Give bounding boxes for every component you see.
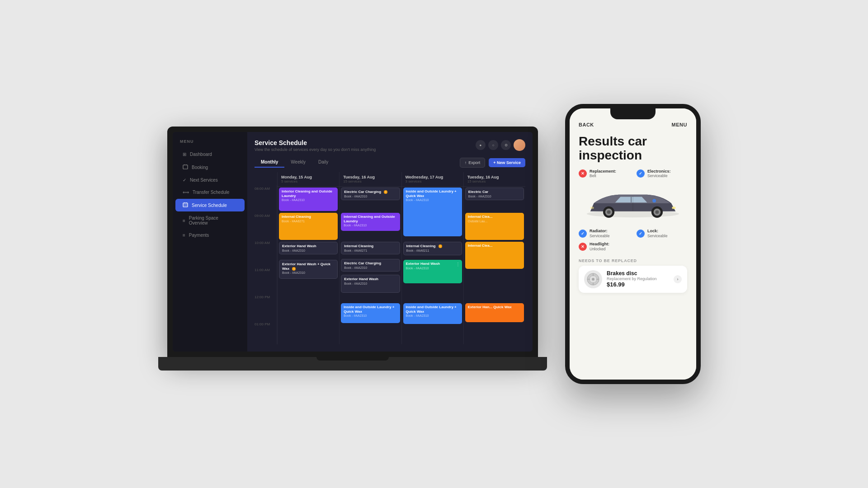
event-d4-4[interactable]: Exterior Han... Quick Wax (465, 303, 524, 322)
svg-rect-3 (183, 203, 188, 207)
inspection-item-lock: ✓ Lock: Serviceable (637, 229, 687, 238)
phone-screen: BACK MENU Results car inspection ✕ Repla… (570, 108, 696, 380)
new-service-button[interactable]: + New Service (489, 158, 525, 167)
event-mon-3[interactable]: Exterior Hand Wash Book - #AA2310 (279, 242, 338, 254)
day-header-tue2: Tuesday, 16 Aug 15 services (464, 172, 525, 187)
status-ok-icon-lock: ✓ (637, 230, 645, 238)
event-tue-6[interactable]: Inside and Outside Laundry + Quick Wax B… (341, 303, 400, 323)
settings-icon-btn[interactable]: ○ (488, 140, 498, 150)
time-column: 08:00 AM 09:00 AM 10:00 AM 11:00 AM 12:0… (255, 172, 277, 344)
export-button[interactable]: ↑ Export (460, 158, 486, 168)
time-0800: 08:00 AM (255, 185, 277, 212)
svg-point-13 (656, 211, 659, 214)
event-mon-1[interactable]: Interior Cleaning and Outside Laundry Bo… (279, 188, 338, 211)
event-tue-2[interactable]: Internal Cleaning and Outside Laundry Bo… (341, 213, 400, 231)
event-wed-4[interactable]: Inside and Outside Laundry + Quick Wax B… (403, 303, 462, 324)
tabs-row: Monthly Weekly Daily ↑ Export + New Serv… (255, 157, 525, 168)
gear-icon-btn[interactable]: ⚙ (501, 140, 511, 150)
menu-button[interactable]: MENU (672, 122, 687, 127)
event-d4-2[interactable]: Internal Clea... Outside Lau... (465, 213, 524, 240)
page-subtitle: View the schedule of services every day … (255, 147, 376, 152)
day-header-monday: Monday, 15 Aug 5 services (278, 172, 339, 187)
phone-nav: BACK MENU (579, 122, 687, 127)
event-wed-2[interactable]: Internal Cleaning ! Book - #AA6211 (403, 242, 462, 255)
inspection-grid: ✕ Replacement: Belt ✓ Electronics: Servi… (579, 169, 687, 178)
export-icon: ↑ (465, 160, 467, 165)
sidebar-item-next-services[interactable]: ✓ Next Services (175, 174, 245, 186)
transfer-icon: ⟺ (183, 190, 189, 195)
user-avatar[interactable] (514, 139, 525, 151)
sidebar-item-payments[interactable]: ≡ Payments (175, 230, 245, 241)
time-1200: 12:00 PM (255, 293, 277, 320)
payments-icon: ≡ (183, 233, 185, 238)
phone-device: BACK MENU Results car inspection ✕ Repla… (565, 104, 701, 384)
day-header-wednesday: Wednesday, 17 Aug 3 services (402, 172, 463, 187)
inspection-item-belt: ✕ Replacement: Belt (579, 169, 629, 178)
sidebar-item-booking[interactable]: Booking (175, 161, 245, 174)
title-block: Service Schedule View the schedule of se… (255, 139, 376, 152)
event-d4-3[interactable]: Internal Clea... (465, 242, 524, 269)
brake-disc-svg (586, 272, 600, 286)
back-button[interactable]: BACK (579, 122, 594, 127)
warning-icon-wed: ! (439, 244, 442, 248)
day-body-wednesday: Inside and Outside Laundry + Quick Wax B… (402, 187, 463, 344)
day-col-tue2: Tuesday, 16 Aug 15 services Electric Car… (463, 172, 525, 344)
laptop-device: MENU ⊞ Dashboard Booking ✓ Next Services (167, 127, 538, 371)
dashboard-icon: ⊞ (183, 152, 186, 157)
page-header: Service Schedule View the schedule of se… (255, 139, 525, 152)
svg-point-17 (652, 199, 656, 203)
replacement-card[interactable]: Brakes disc Replacement by Regulation $1… (579, 266, 687, 293)
calendar-tabs: Monthly Weekly Daily (255, 157, 335, 168)
event-wed-1[interactable]: Inside and Outside Laundry + Quick Wax B… (403, 188, 462, 236)
phone-body: BACK MENU Results car inspection ✕ Repla… (565, 104, 701, 384)
car-image (579, 183, 687, 229)
status-fail-icon-headlight: ✕ (579, 243, 587, 251)
calendar-grid: 08:00 AM 09:00 AM 10:00 AM 11:00 AM 12:0… (255, 172, 525, 344)
status-ok-icon-electronics: ✓ (637, 169, 645, 178)
laptop-base (158, 357, 547, 371)
day-body-monday: Interior Cleaning and Outside Laundry Bo… (278, 187, 339, 344)
tab-weekly[interactable]: Weekly (284, 157, 312, 168)
parking-icon: ≡ (183, 218, 185, 223)
sidebar-item-service-schedule[interactable]: Service Schedule (175, 199, 245, 211)
event-mon-2[interactable]: Internal Cleaning Book - #AA6271 (279, 213, 338, 240)
needs-replaced-label: NEEDS TO BE REPLACED (579, 258, 687, 263)
tab-monthly[interactable]: Monthly (255, 157, 284, 168)
svg-rect-14 (672, 207, 675, 209)
tab-daily[interactable]: Daily (312, 157, 335, 168)
arrow-right-icon[interactable]: › (674, 275, 682, 283)
time-1300: 01:00 PM (255, 320, 277, 344)
schedule-icon (183, 202, 188, 208)
sidebar-menu-label: MENU (173, 139, 247, 144)
car-illustration (583, 186, 683, 226)
warning-icon: ! (292, 267, 296, 271)
event-wed-3[interactable]: Exterior Hand Wash Book - #AA2310 ⋮ (403, 260, 462, 283)
svg-rect-15 (590, 207, 594, 209)
event-mon-4[interactable]: Exterior Hand Wash + Quick Wax ! Book - … (279, 260, 338, 279)
header-actions: ● ○ ⚙ (476, 139, 525, 151)
replacement-info: Brakes disc Replacement by Regulation $1… (607, 270, 669, 288)
day-col-tuesday: Tuesday, 16 Aug 15 services Electric Car… (339, 172, 401, 344)
tab-actions: ↑ Export + New Service (460, 158, 525, 168)
wifi-icon-btn[interactable]: ● (476, 140, 486, 150)
event-menu-icon[interactable]: ⋮ (456, 262, 460, 267)
check-icon: ✓ (183, 178, 186, 183)
event-tue-4[interactable]: Electric Car Charging Book - #AA2310 (341, 259, 400, 272)
event-tue-1[interactable]: Electric Car Charging ! Book - #AA2310 (341, 188, 400, 200)
day-col-monday: Monday, 15 Aug 5 services Interior Clean… (277, 172, 339, 344)
day-col-wednesday: Wednesday, 17 Aug 3 services Inside and … (401, 172, 463, 344)
sidebar-item-parking[interactable]: ≡ Parking Space Overview (175, 212, 245, 229)
event-tue-3[interactable]: Internal Cleaning Book - #AA6271 (341, 242, 400, 254)
inspection-title: Results car inspection (579, 135, 687, 163)
status-ok-icon-radiator: ✓ (579, 230, 587, 238)
sidebar: MENU ⊞ Dashboard Booking ✓ Next Services (173, 132, 247, 352)
time-1000: 10:00 AM (255, 239, 277, 266)
sidebar-item-dashboard[interactable]: ⊞ Dashboard (175, 149, 245, 160)
laptop-body: MENU ⊞ Dashboard Booking ✓ Next Services (167, 127, 538, 357)
event-tue-5[interactable]: Exterior Hand Wash Book - #AA2310 (341, 275, 400, 293)
brake-disc-icon (584, 270, 602, 288)
sidebar-item-transfer-schedule[interactable]: ⟺ Transfer Schedule (175, 187, 245, 198)
phone-notch (610, 108, 656, 119)
laptop-screen: MENU ⊞ Dashboard Booking ✓ Next Services (173, 132, 533, 352)
event-d4-1[interactable]: Electric Car Book - #AA2310 (465, 188, 524, 200)
